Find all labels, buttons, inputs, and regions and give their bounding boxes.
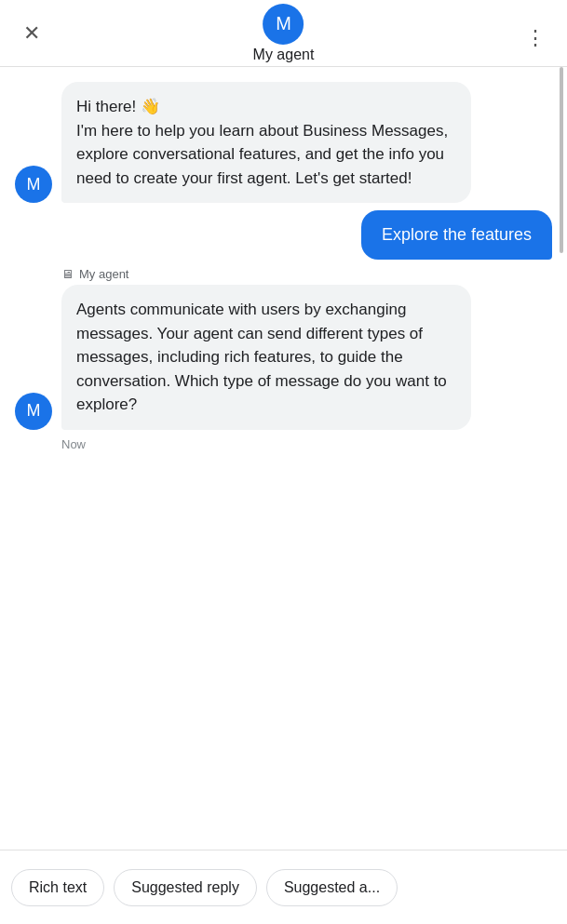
chip-rich-text[interactable]: Rich text — [11, 869, 104, 906]
agent-avatar-2: M — [15, 393, 52, 430]
more-options-button[interactable]: ⋮ — [519, 17, 552, 50]
close-button[interactable]: ✕ — [15, 21, 48, 46]
scrollbar[interactable] — [560, 67, 563, 253]
chat-area: M Hi there! 👋 I'm here to help you learn… — [0, 67, 567, 850]
bottom-bar: Rich text Suggested reply Suggested a... — [0, 850, 567, 924]
agent-message-row-2: M Agents communicate with users by excha… — [15, 285, 552, 430]
user-bubble: Explore the features — [361, 210, 552, 260]
agent-label-icon: 🖥 — [61, 267, 74, 281]
chip-suggested-action[interactable]: Suggested a... — [266, 869, 398, 906]
agent-message-row: M Hi there! 👋 I'm here to help you learn… — [15, 82, 552, 203]
user-message-row: Explore the features — [15, 210, 552, 260]
avatar: M — [263, 4, 304, 45]
timestamp: Now — [61, 437, 552, 451]
agent-avatar: M — [15, 166, 52, 203]
agent-bubble-2: Agents communicate with users by exchang… — [61, 285, 471, 430]
agent-label: 🖥 My agent — [61, 267, 552, 281]
agent-label-text: My agent — [79, 267, 128, 281]
header: ✕ M My agent ⋮ — [0, 0, 567, 67]
chip-suggested-reply[interactable]: Suggested reply — [114, 869, 257, 906]
agent-bubble: Hi there! 👋 I'm here to help you learn a… — [61, 82, 471, 203]
agent-name: My agent — [253, 47, 315, 63]
